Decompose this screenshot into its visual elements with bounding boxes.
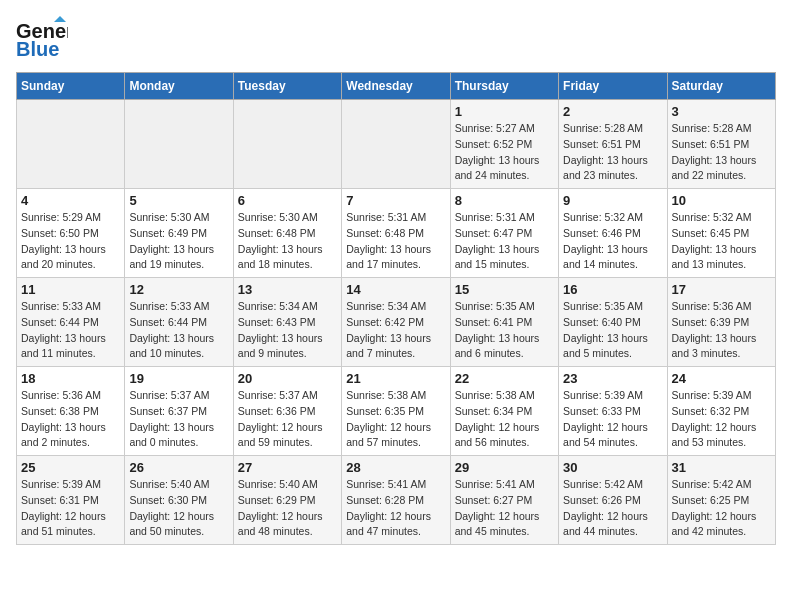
day-info: Sunrise: 5:29 AM Sunset: 6:50 PM Dayligh… <box>21 210 120 273</box>
calendar-cell: 4Sunrise: 5:29 AM Sunset: 6:50 PM Daylig… <box>17 189 125 278</box>
calendar-cell: 25Sunrise: 5:39 AM Sunset: 6:31 PM Dayli… <box>17 456 125 545</box>
day-number: 21 <box>346 371 445 386</box>
day-info: Sunrise: 5:37 AM Sunset: 6:37 PM Dayligh… <box>129 388 228 451</box>
day-number: 28 <box>346 460 445 475</box>
day-info: Sunrise: 5:37 AM Sunset: 6:36 PM Dayligh… <box>238 388 337 451</box>
calendar-cell: 30Sunrise: 5:42 AM Sunset: 6:26 PM Dayli… <box>559 456 667 545</box>
day-info: Sunrise: 5:30 AM Sunset: 6:49 PM Dayligh… <box>129 210 228 273</box>
day-info: Sunrise: 5:42 AM Sunset: 6:26 PM Dayligh… <box>563 477 662 540</box>
day-number: 15 <box>455 282 554 297</box>
day-number: 11 <box>21 282 120 297</box>
day-number: 27 <box>238 460 337 475</box>
calendar-cell: 17Sunrise: 5:36 AM Sunset: 6:39 PM Dayli… <box>667 278 775 367</box>
day-info: Sunrise: 5:32 AM Sunset: 6:46 PM Dayligh… <box>563 210 662 273</box>
day-number: 10 <box>672 193 771 208</box>
day-number: 16 <box>563 282 662 297</box>
day-number: 3 <box>672 104 771 119</box>
day-number: 14 <box>346 282 445 297</box>
calendar-cell: 7Sunrise: 5:31 AM Sunset: 6:48 PM Daylig… <box>342 189 450 278</box>
calendar-cell: 31Sunrise: 5:42 AM Sunset: 6:25 PM Dayli… <box>667 456 775 545</box>
column-header-saturday: Saturday <box>667 73 775 100</box>
calendar-cell: 24Sunrise: 5:39 AM Sunset: 6:32 PM Dayli… <box>667 367 775 456</box>
calendar-cell: 29Sunrise: 5:41 AM Sunset: 6:27 PM Dayli… <box>450 456 558 545</box>
day-number: 2 <box>563 104 662 119</box>
day-info: Sunrise: 5:32 AM Sunset: 6:45 PM Dayligh… <box>672 210 771 273</box>
calendar-cell <box>17 100 125 189</box>
calendar-week-0: 1Sunrise: 5:27 AM Sunset: 6:52 PM Daylig… <box>17 100 776 189</box>
calendar-cell: 3Sunrise: 5:28 AM Sunset: 6:51 PM Daylig… <box>667 100 775 189</box>
day-info: Sunrise: 5:30 AM Sunset: 6:48 PM Dayligh… <box>238 210 337 273</box>
logo-icon: General Blue <box>16 16 68 60</box>
day-number: 31 <box>672 460 771 475</box>
calendar-body: 1Sunrise: 5:27 AM Sunset: 6:52 PM Daylig… <box>17 100 776 545</box>
calendar-cell: 8Sunrise: 5:31 AM Sunset: 6:47 PM Daylig… <box>450 189 558 278</box>
day-number: 20 <box>238 371 337 386</box>
day-number: 26 <box>129 460 228 475</box>
calendar-cell: 20Sunrise: 5:37 AM Sunset: 6:36 PM Dayli… <box>233 367 341 456</box>
day-number: 17 <box>672 282 771 297</box>
calendar-cell: 13Sunrise: 5:34 AM Sunset: 6:43 PM Dayli… <box>233 278 341 367</box>
calendar-cell: 1Sunrise: 5:27 AM Sunset: 6:52 PM Daylig… <box>450 100 558 189</box>
calendar-cell <box>342 100 450 189</box>
calendar-cell: 5Sunrise: 5:30 AM Sunset: 6:49 PM Daylig… <box>125 189 233 278</box>
calendar-cell: 15Sunrise: 5:35 AM Sunset: 6:41 PM Dayli… <box>450 278 558 367</box>
day-number: 24 <box>672 371 771 386</box>
day-info: Sunrise: 5:36 AM Sunset: 6:39 PM Dayligh… <box>672 299 771 362</box>
calendar-week-3: 18Sunrise: 5:36 AM Sunset: 6:38 PM Dayli… <box>17 367 776 456</box>
day-number: 6 <box>238 193 337 208</box>
day-info: Sunrise: 5:40 AM Sunset: 6:29 PM Dayligh… <box>238 477 337 540</box>
day-info: Sunrise: 5:42 AM Sunset: 6:25 PM Dayligh… <box>672 477 771 540</box>
calendar-cell: 28Sunrise: 5:41 AM Sunset: 6:28 PM Dayli… <box>342 456 450 545</box>
day-info: Sunrise: 5:34 AM Sunset: 6:43 PM Dayligh… <box>238 299 337 362</box>
calendar-cell: 2Sunrise: 5:28 AM Sunset: 6:51 PM Daylig… <box>559 100 667 189</box>
header: General Blue <box>16 16 776 60</box>
calendar-table: SundayMondayTuesdayWednesdayThursdayFrid… <box>16 72 776 545</box>
day-info: Sunrise: 5:39 AM Sunset: 6:31 PM Dayligh… <box>21 477 120 540</box>
day-info: Sunrise: 5:27 AM Sunset: 6:52 PM Dayligh… <box>455 121 554 184</box>
day-number: 22 <box>455 371 554 386</box>
day-info: Sunrise: 5:35 AM Sunset: 6:41 PM Dayligh… <box>455 299 554 362</box>
calendar-cell: 10Sunrise: 5:32 AM Sunset: 6:45 PM Dayli… <box>667 189 775 278</box>
day-info: Sunrise: 5:41 AM Sunset: 6:28 PM Dayligh… <box>346 477 445 540</box>
day-info: Sunrise: 5:28 AM Sunset: 6:51 PM Dayligh… <box>563 121 662 184</box>
day-info: Sunrise: 5:28 AM Sunset: 6:51 PM Dayligh… <box>672 121 771 184</box>
day-info: Sunrise: 5:33 AM Sunset: 6:44 PM Dayligh… <box>21 299 120 362</box>
day-info: Sunrise: 5:35 AM Sunset: 6:40 PM Dayligh… <box>563 299 662 362</box>
calendar-cell: 14Sunrise: 5:34 AM Sunset: 6:42 PM Dayli… <box>342 278 450 367</box>
day-number: 4 <box>21 193 120 208</box>
column-header-friday: Friday <box>559 73 667 100</box>
day-info: Sunrise: 5:33 AM Sunset: 6:44 PM Dayligh… <box>129 299 228 362</box>
calendar-cell: 11Sunrise: 5:33 AM Sunset: 6:44 PM Dayli… <box>17 278 125 367</box>
day-info: Sunrise: 5:34 AM Sunset: 6:42 PM Dayligh… <box>346 299 445 362</box>
calendar-cell: 27Sunrise: 5:40 AM Sunset: 6:29 PM Dayli… <box>233 456 341 545</box>
calendar-cell: 21Sunrise: 5:38 AM Sunset: 6:35 PM Dayli… <box>342 367 450 456</box>
calendar-cell: 19Sunrise: 5:37 AM Sunset: 6:37 PM Dayli… <box>125 367 233 456</box>
column-header-sunday: Sunday <box>17 73 125 100</box>
calendar-cell: 12Sunrise: 5:33 AM Sunset: 6:44 PM Dayli… <box>125 278 233 367</box>
calendar-cell <box>233 100 341 189</box>
day-info: Sunrise: 5:38 AM Sunset: 6:34 PM Dayligh… <box>455 388 554 451</box>
day-info: Sunrise: 5:36 AM Sunset: 6:38 PM Dayligh… <box>21 388 120 451</box>
column-header-monday: Monday <box>125 73 233 100</box>
calendar-cell <box>125 100 233 189</box>
calendar-cell: 6Sunrise: 5:30 AM Sunset: 6:48 PM Daylig… <box>233 189 341 278</box>
calendar-cell: 18Sunrise: 5:36 AM Sunset: 6:38 PM Dayli… <box>17 367 125 456</box>
calendar-week-2: 11Sunrise: 5:33 AM Sunset: 6:44 PM Dayli… <box>17 278 776 367</box>
calendar-cell: 23Sunrise: 5:39 AM Sunset: 6:33 PM Dayli… <box>559 367 667 456</box>
day-number: 25 <box>21 460 120 475</box>
calendar-week-4: 25Sunrise: 5:39 AM Sunset: 6:31 PM Dayli… <box>17 456 776 545</box>
day-number: 1 <box>455 104 554 119</box>
day-number: 19 <box>129 371 228 386</box>
day-info: Sunrise: 5:40 AM Sunset: 6:30 PM Dayligh… <box>129 477 228 540</box>
column-header-wednesday: Wednesday <box>342 73 450 100</box>
day-number: 7 <box>346 193 445 208</box>
calendar-week-1: 4Sunrise: 5:29 AM Sunset: 6:50 PM Daylig… <box>17 189 776 278</box>
day-number: 18 <box>21 371 120 386</box>
day-number: 12 <box>129 282 228 297</box>
day-info: Sunrise: 5:31 AM Sunset: 6:48 PM Dayligh… <box>346 210 445 273</box>
svg-marker-2 <box>54 16 66 22</box>
svg-text:Blue: Blue <box>16 38 59 60</box>
calendar-header-row: SundayMondayTuesdayWednesdayThursdayFrid… <box>17 73 776 100</box>
day-number: 30 <box>563 460 662 475</box>
calendar-cell: 22Sunrise: 5:38 AM Sunset: 6:34 PM Dayli… <box>450 367 558 456</box>
